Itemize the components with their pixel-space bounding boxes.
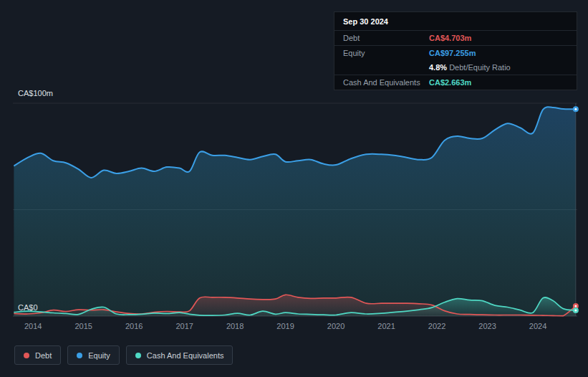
legend-item-debt[interactable]: Debt <box>14 345 61 365</box>
tooltip-debt-label: Debt <box>343 34 429 42</box>
tooltip-date: Sep 30 2024 <box>334 12 577 31</box>
tooltip-cash-row: Cash And Equivalents CA$2.663m <box>334 75 577 90</box>
tooltip-equity-label: Equity <box>343 49 429 57</box>
legend-label: Debt <box>35 351 52 360</box>
tooltip-equity-row: Equity CA$97.255m <box>334 46 577 60</box>
y-axis-top-label: CA$100m <box>18 89 53 97</box>
chart-tooltip: Sep 30 2024 Debt CA$4.703m Equity CA$97.… <box>334 11 577 90</box>
x-axis-tick-2022: 2022 <box>428 322 445 330</box>
legend-label: Cash And Equivalents <box>147 351 224 360</box>
tooltip-debt-row: Debt CA$4.703m <box>334 31 577 46</box>
x-axis-tick-2024: 2024 <box>529 322 546 330</box>
x-axis-tick-2018: 2018 <box>226 322 244 330</box>
tooltip-equity-value: CA$97.255m <box>429 49 476 57</box>
legend-label: Equity <box>88 351 110 360</box>
area-equity <box>14 107 576 316</box>
legend-item-equity[interactable]: Equity <box>67 345 120 365</box>
x-axis-tick-2017: 2017 <box>175 322 193 330</box>
legend-dot <box>24 353 29 358</box>
tooltip-ratio-label: Debt/Equity Ratio <box>449 63 511 72</box>
x-axis-tick-2016: 2016 <box>125 322 143 330</box>
tooltip-ratio-value: 4.8% <box>429 63 447 72</box>
x-axis-tick-2014: 2014 <box>24 322 42 330</box>
tooltip-ratio-row: 4.8% Debt/Equity Ratio <box>334 60 577 75</box>
legend-dot <box>135 353 141 358</box>
x-axis-tick-2023: 2023 <box>478 322 496 330</box>
legend-dot <box>77 353 82 358</box>
tooltip-cash-label: Cash And Equivalents <box>343 78 429 87</box>
x-axis-tick-2015: 2015 <box>74 322 92 330</box>
x-axis-tick-2020: 2020 <box>327 322 344 330</box>
legend-item-cash-and-equivalents[interactable]: Cash And Equivalents <box>126 345 233 365</box>
chart-legend: DebtEquityCash And Equivalents <box>14 345 233 365</box>
tooltip-cash-value: CA$2.663m <box>429 78 471 87</box>
y-axis-zero-label: CA$0 <box>18 303 38 312</box>
tooltip-debt-value: CA$4.703m <box>429 34 471 42</box>
x-axis-tick-2021: 2021 <box>377 322 395 330</box>
x-axis-tick-2019: 2019 <box>276 322 294 330</box>
balance-sheet-history-chart: CA$100m CA$0 201420152016201720182019202… <box>0 0 588 377</box>
tooltip-ratio: 4.8% Debt/Equity Ratio <box>429 63 511 72</box>
